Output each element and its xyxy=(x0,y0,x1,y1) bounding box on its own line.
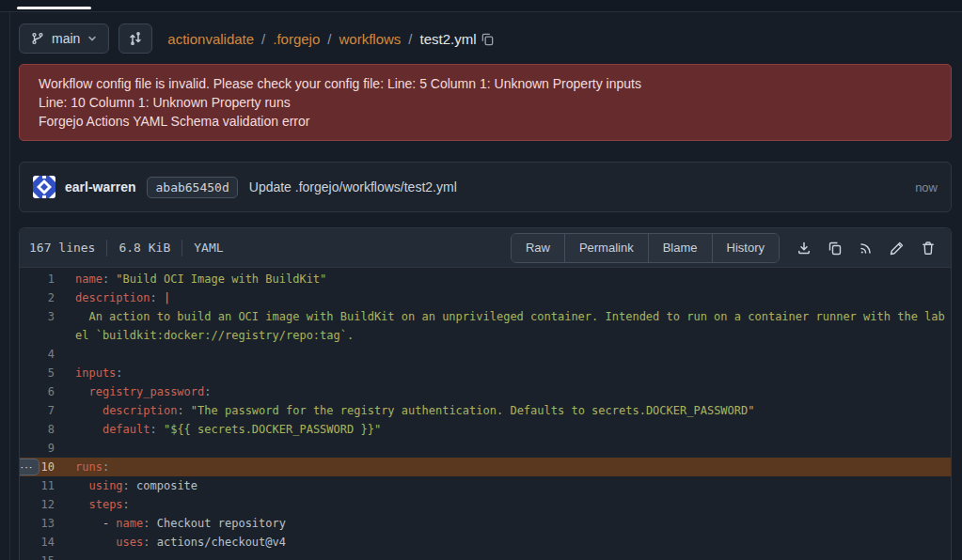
meta-divider xyxy=(106,240,107,257)
active-tab-underline xyxy=(17,7,91,9)
delete-icon[interactable] xyxy=(921,241,936,256)
permalink-button[interactable]: Permalink xyxy=(565,234,649,262)
line-content xyxy=(55,439,951,458)
line-content: steps: xyxy=(55,495,951,514)
code-line-9: 9 xyxy=(20,439,951,458)
line-number[interactable]: 6 xyxy=(20,382,55,401)
commit-hash-badge[interactable]: abab65450d xyxy=(147,177,237,198)
line-content: runs: xyxy=(55,458,951,476)
branch-selector-button[interactable]: main xyxy=(19,23,109,54)
meta-divider xyxy=(181,240,182,257)
error-line: Line: 10 Column 1: Unknown Property runs xyxy=(39,93,932,112)
error-line: Workflow config file is invalid. Please … xyxy=(39,74,932,93)
raw-button[interactable]: Raw xyxy=(512,234,565,262)
line-number[interactable]: 7 xyxy=(20,401,55,420)
avatar[interactable] xyxy=(33,176,55,198)
line-content: default: "${{ secrets.DOCKER_PASSWORD }}… xyxy=(55,420,951,439)
breadcrumb-current: test2.yml xyxy=(420,31,477,47)
code-line-wrap: el `buildkit:docker://registry/repo:tag`… xyxy=(20,326,951,345)
code-line-7: 7 description: "The password for the reg… xyxy=(20,401,951,420)
code-lines: 1name: "Build OCI Image with BuildKit"2d… xyxy=(20,268,951,560)
file-line-count: 167 lines xyxy=(29,241,95,255)
code-line-12: 12 steps: xyxy=(20,495,951,514)
chevron-down-icon xyxy=(87,34,97,43)
code-line-4: 4 xyxy=(20,345,951,364)
line-content: - name: Checkout repository xyxy=(55,514,951,533)
code-line-14: 14 uses: actions/checkout@v4 xyxy=(20,533,951,552)
rss-icon[interactable] xyxy=(859,241,874,256)
line-content: description: | xyxy=(55,288,951,307)
line-number[interactable]: 5 xyxy=(20,364,55,382)
file-header: 167 lines 6.8 KiB YAML Raw Permalink Bla… xyxy=(20,228,951,268)
commit-author[interactable]: earl-warren xyxy=(65,179,135,194)
breadcrumb-link[interactable]: .forgejo xyxy=(273,31,320,47)
breadcrumb-separator: / xyxy=(327,31,331,47)
breadcrumb: actionvalidate/.forgejo/workflows/test2.… xyxy=(167,31,476,47)
breadcrumb-separator: / xyxy=(261,31,265,47)
repo-toolbar: main actionvalidate/.forgejo/workflows/t… xyxy=(19,23,952,54)
line-menu-button[interactable]: ··· xyxy=(19,459,39,475)
line-content: An action to build an OCI image with Bui… xyxy=(55,307,951,326)
line-number[interactable]: 1 xyxy=(20,270,55,288)
line-number[interactable]: 9 xyxy=(20,439,55,458)
file-meta: 167 lines 6.8 KiB YAML xyxy=(29,240,224,257)
branch-label: main xyxy=(52,31,80,46)
line-content: uses: actions/checkout@v4 xyxy=(55,533,951,552)
line-number[interactable]: 14 xyxy=(20,533,55,552)
file-actions: Raw Permalink Blame History xyxy=(511,233,780,263)
line-content: description: "The password for the regis… xyxy=(55,401,951,420)
file-language: YAML xyxy=(194,241,223,255)
compare-button[interactable] xyxy=(118,23,152,54)
code-line-10: ···10runs: xyxy=(20,458,951,476)
copy-path-icon[interactable] xyxy=(481,32,495,46)
line-content: el `buildkit:docker://registry/repo:tag`… xyxy=(55,326,951,345)
line-number[interactable]: 3 xyxy=(20,307,55,326)
code-line-2: 2description: | xyxy=(20,288,951,307)
history-button[interactable]: History xyxy=(713,234,779,262)
workflow-error-banner: Workflow config file is invalid. Please … xyxy=(19,64,952,141)
file-view: 167 lines 6.8 KiB YAML Raw Permalink Bla… xyxy=(19,227,952,560)
breadcrumb-link[interactable]: workflows xyxy=(339,31,401,47)
site-header-bottom xyxy=(0,0,962,12)
code-line-6: 6 registry_password: xyxy=(20,382,951,401)
copy-raw-icon[interactable] xyxy=(828,241,843,256)
download-icon[interactable] xyxy=(796,241,812,256)
code-line-13: 13 - name: Checkout repository xyxy=(20,514,951,533)
file-tool-icons xyxy=(796,241,936,256)
line-number[interactable] xyxy=(20,326,55,345)
line-number[interactable]: 13 xyxy=(20,514,55,533)
blame-button[interactable]: Blame xyxy=(649,234,713,262)
line-content: registry_password: xyxy=(55,382,951,401)
line-number[interactable]: 12 xyxy=(20,495,55,514)
commit-message[interactable]: Update .forgejo/workflows/test2.yml xyxy=(249,179,457,194)
line-number[interactable]: 4 xyxy=(20,345,55,364)
code-line-8: 8 default: "${{ secrets.DOCKER_PASSWORD … xyxy=(20,420,951,439)
line-number[interactable]: 2 xyxy=(20,288,55,307)
line-number[interactable]: 15 xyxy=(20,552,55,560)
error-line: Forgejo Actions YAML Schema validation e… xyxy=(39,112,932,131)
line-content xyxy=(55,345,951,364)
code-line-11: 11 using: composite xyxy=(20,476,951,495)
file-size: 6.8 KiB xyxy=(118,241,170,255)
line-number[interactable]: 8 xyxy=(20,420,55,439)
page-left-divider xyxy=(9,0,10,560)
code-line-5: 5inputs: xyxy=(20,364,951,382)
breadcrumb-separator: / xyxy=(408,31,412,47)
git-branch-icon xyxy=(31,32,44,45)
line-content: name: "Build OCI Image with BuildKit" xyxy=(55,270,951,288)
line-content xyxy=(55,552,951,560)
breadcrumb-link[interactable]: actionvalidate xyxy=(167,31,254,47)
line-content: using: composite xyxy=(55,476,951,495)
commit-time: now xyxy=(915,180,938,194)
code-line-15: 15 xyxy=(20,552,951,560)
edit-icon[interactable] xyxy=(890,241,905,256)
git-compare-icon xyxy=(128,31,143,46)
line-content: inputs: xyxy=(55,364,951,382)
code-line-1: 1name: "Build OCI Image with BuildKit" xyxy=(20,270,951,288)
line-number[interactable]: 11 xyxy=(20,476,55,495)
code-line-3: 3 An action to build an OCI image with B… xyxy=(20,307,951,326)
latest-commit-bar: earl-warren abab65450d Update .forgejo/w… xyxy=(19,162,952,212)
